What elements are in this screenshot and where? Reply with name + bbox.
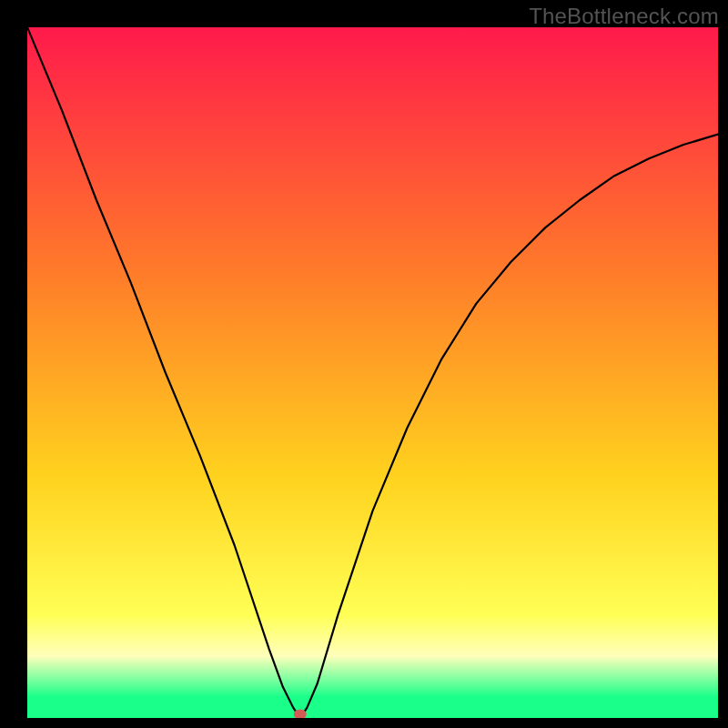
chart-frame: TheBottleneck.com [0, 0, 728, 728]
watermark-text: TheBottleneck.com [529, 4, 719, 29]
chart-svg [27, 27, 718, 718]
plot-area [27, 27, 718, 718]
gradient-background [27, 27, 718, 718]
